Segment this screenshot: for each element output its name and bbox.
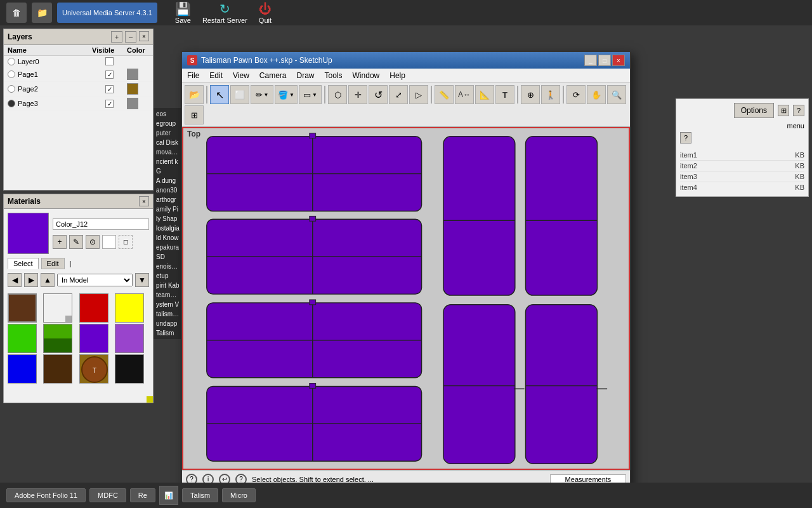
side-list-item[interactable]: G [154, 166, 182, 176]
layer-color-swatch[interactable] [127, 83, 138, 95]
material-swatch[interactable] [79, 293, 108, 323]
side-list-item[interactable]: ncient k [154, 157, 182, 166]
material-edit-icon[interactable]: ✎ [69, 235, 83, 249]
material-swatch[interactable] [115, 324, 144, 353]
menu-view[interactable]: View [228, 70, 254, 81]
maximize-button[interactable]: □ [598, 55, 611, 66]
close-materials-panel-button[interactable]: × [139, 196, 149, 206]
side-list-item[interactable]: etup [154, 271, 182, 281]
select-tool-button[interactable]: ↖ [210, 85, 229, 104]
remove-layer-button[interactable]: – [125, 31, 136, 43]
layer-radio[interactable] [8, 58, 15, 65]
material-add-icon[interactable]: + [53, 235, 67, 249]
menu-link[interactable]: menu [680, 122, 804, 130]
materials-select-tab[interactable]: Select [8, 258, 39, 269]
side-list-item[interactable]: cal Disk [154, 138, 182, 147]
menu-file[interactable]: File [182, 70, 204, 81]
side-list-item[interactable]: amily Pi [154, 204, 182, 214]
tape-tool-button[interactable]: 📏 [435, 85, 454, 104]
orbit-tool-button[interactable]: ⟳ [566, 85, 586, 104]
menu-edit[interactable]: Edit [204, 70, 228, 81]
layer-radio[interactable] [8, 100, 15, 107]
axes-tool-button[interactable]: ⊕ [521, 85, 540, 104]
side-list-item[interactable]: ystem V [154, 300, 182, 309]
pan-tool-button[interactable]: ✋ [587, 85, 606, 104]
open-tool-button[interactable]: 📂 [185, 85, 204, 104]
material-swatch[interactable] [8, 293, 37, 323]
side-list-item[interactable]: Talism [154, 328, 182, 338]
material-swatch[interactable] [115, 354, 144, 384]
paint-tool-button[interactable]: 🪣 [275, 85, 298, 104]
zoom-tool-button[interactable]: 🔍 [607, 85, 626, 104]
side-list-item[interactable]: movable [154, 147, 182, 157]
layer-color-swatch[interactable] [127, 98, 138, 109]
materials-model-select[interactable]: In Model [57, 274, 133, 286]
side-list-item[interactable]: teampup [154, 290, 182, 300]
add-layer-button[interactable]: + [111, 31, 122, 43]
move-tool-button[interactable]: ✛ [348, 85, 367, 104]
materials-prev-button[interactable]: ◀ [8, 273, 22, 287]
save-button[interactable]: 💾 Save [175, 1, 191, 24]
side-list-item[interactable]: puter [154, 128, 182, 138]
material-swatch[interactable] [8, 354, 37, 384]
text-tool-button[interactable]: T [495, 85, 514, 104]
follow-me-tool-button[interactable]: ▷ [409, 85, 428, 104]
panel-view-button[interactable]: ⊞ [778, 105, 789, 116]
sketchup-canvas[interactable]: Top [182, 127, 630, 470]
side-list-item[interactable]: ld Know [154, 233, 182, 243]
menu-tools[interactable]: Tools [320, 70, 348, 81]
material-swatch[interactable] [79, 324, 108, 353]
material-swatch[interactable] [43, 324, 72, 353]
pencil-tool-button[interactable]: ✏ [251, 85, 273, 104]
menu-help[interactable]: Help [384, 70, 410, 81]
zoom-extents-tool-button[interactable]: ⊞ [185, 105, 204, 124]
push-pull-tool-button[interactable]: ⬡ [328, 85, 347, 104]
quit-button[interactable]: ⏻ Quit [259, 2, 272, 24]
material-swatch[interactable] [8, 324, 37, 353]
layer-radio[interactable] [8, 70, 15, 78]
shape-tool-button[interactable]: ▭ [299, 85, 322, 104]
taskbar-adobe-font[interactable]: Adobe Font Folio 11 [6, 488, 86, 502]
side-list-item[interactable]: pirit Kab [154, 281, 182, 290]
side-list-item[interactable]: SD [154, 252, 182, 262]
help-button[interactable]: ? [680, 132, 691, 144]
material-sample-icon[interactable]: ⊙ [86, 235, 100, 249]
material-swatch[interactable] [43, 293, 72, 323]
dimension-tool-button[interactable]: A↔ [455, 85, 474, 104]
close-layers-panel-button[interactable]: × [139, 31, 149, 41]
taskbar-spreadsheet-icon[interactable]: 📊 [159, 486, 178, 505]
layer-visible-checkbox[interactable] [105, 57, 114, 65]
layer-color-swatch[interactable] [127, 69, 138, 80]
layer-row[interactable]: Page3 [4, 97, 153, 111]
material-swatch[interactable] [115, 293, 144, 323]
side-list-item[interactable]: undapp [154, 319, 182, 328]
side-list-item[interactable]: talisman [154, 309, 182, 319]
taskbar-icon-ums[interactable]: Universal Media Server 4.3.1 [57, 3, 157, 23]
taskbar-talism[interactable]: Talism [182, 488, 218, 502]
menu-window[interactable]: Window [348, 70, 385, 81]
side-list-item[interactable]: anon30 [154, 185, 182, 195]
layer-row[interactable]: Page2 [4, 82, 153, 97]
materials-menu-button[interactable]: ▼ [135, 273, 149, 287]
walk-tool-button[interactable]: 🚶 [541, 85, 560, 104]
side-list-item[interactable]: eos [154, 109, 182, 119]
taskbar-mdfc[interactable]: MDFC [89, 488, 126, 502]
side-list-item[interactable]: A dung [154, 176, 182, 185]
layer-row[interactable]: Layer0 [4, 56, 153, 67]
layer-visible-checkbox[interactable] [105, 85, 114, 93]
rotate-tool-button[interactable]: ↺ [369, 85, 388, 104]
side-list-item[interactable]: enoise 2 [154, 262, 182, 271]
menu-draw[interactable]: Draw [292, 70, 320, 81]
materials-next-button[interactable]: ▶ [24, 273, 38, 287]
layer-radio[interactable] [8, 85, 15, 93]
materials-edit-tab[interactable]: Edit [41, 258, 65, 269]
menu-camera[interactable]: Camera [254, 70, 292, 81]
taskbar-micro[interactable]: Micro [222, 488, 256, 502]
taskbar-icon-folder[interactable]: 📁 [32, 3, 52, 23]
layer-row[interactable]: Page1 [4, 67, 153, 82]
side-list-item[interactable]: lostalgia [154, 224, 182, 233]
side-list-item[interactable]: ly Shap [154, 214, 182, 224]
eraser-tool-button[interactable]: ⬜ [230, 85, 249, 104]
protractor-tool-button[interactable]: 📐 [475, 85, 494, 104]
materials-up-button[interactable]: ▲ [41, 273, 55, 287]
